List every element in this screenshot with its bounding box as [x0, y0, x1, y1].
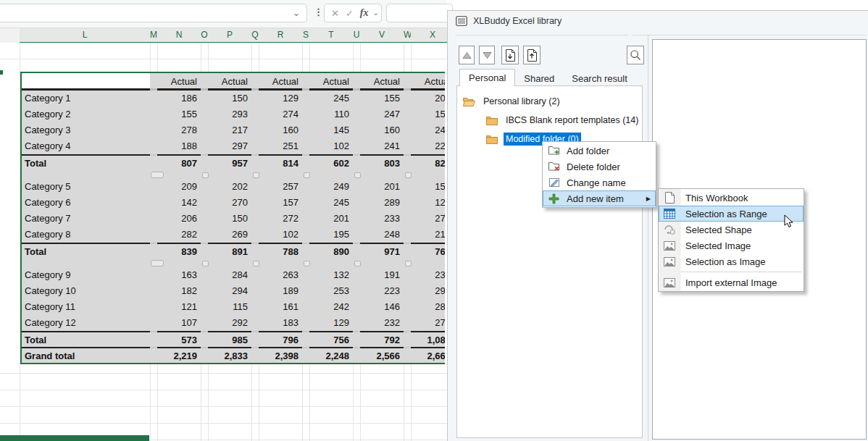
- table-cell[interactable]: [302, 227, 309, 243]
- table-cell[interactable]: 247: [360, 106, 404, 122]
- table-cell[interactable]: 201: [309, 211, 353, 227]
- enter-icon[interactable]: ✓: [346, 8, 354, 19]
- table-cell[interactable]: [150, 73, 157, 91]
- table-cell[interactable]: 293: [208, 106, 251, 122]
- table-cell[interactable]: [302, 179, 309, 195]
- table-cell[interactable]: Category 7: [22, 211, 150, 227]
- table-cell[interactable]: [353, 106, 360, 122]
- table-cell[interactable]: 110: [309, 106, 353, 122]
- tree-item-label[interactable]: Personal library (2): [481, 95, 562, 108]
- table-cell[interactable]: 232: [360, 315, 404, 331]
- search-button[interactable]: [627, 46, 644, 64]
- column-header-V[interactable]: V: [360, 28, 404, 42]
- table-cell[interactable]: 213: [411, 227, 445, 243]
- table-cell[interactable]: [404, 243, 411, 259]
- table-cell[interactable]: 155: [360, 91, 404, 106]
- table-cell[interactable]: [201, 195, 208, 211]
- table-cell[interactable]: 1,087: [411, 331, 445, 347]
- table-cell[interactable]: Actual: [309, 73, 353, 91]
- menu-item-add-folder[interactable]: Add folder: [543, 143, 656, 159]
- table-cell[interactable]: 971: [360, 243, 404, 259]
- table-cell[interactable]: 242: [309, 299, 353, 315]
- table-cell[interactable]: [251, 227, 259, 243]
- table-cell[interactable]: 132: [309, 267, 353, 283]
- table-cell[interactable]: 2,566: [360, 347, 404, 363]
- table-cell[interactable]: [251, 347, 259, 363]
- table-cell[interactable]: [251, 299, 259, 315]
- table-cell[interactable]: [353, 154, 360, 170]
- table-cell[interactable]: [404, 211, 411, 227]
- table-cell[interactable]: [404, 347, 411, 363]
- column-header-W[interactable]: W: [404, 28, 411, 42]
- move-down-button[interactable]: [479, 46, 495, 64]
- row-handle[interactable]: [253, 172, 259, 178]
- table-cell[interactable]: Grand total: [22, 347, 150, 363]
- table-cell[interactable]: [251, 122, 259, 138]
- table-cell[interactable]: 807: [157, 154, 201, 170]
- table-cell[interactable]: [150, 315, 157, 331]
- table-cell[interactable]: 248: [360, 227, 404, 243]
- table-cell[interactable]: [302, 91, 309, 106]
- table-cell[interactable]: Total: [22, 331, 150, 347]
- table-cell[interactable]: 160: [360, 122, 404, 138]
- table-cell[interactable]: 2,669: [411, 347, 445, 363]
- table-cell[interactable]: [150, 138, 157, 154]
- row-handle[interactable]: [304, 261, 310, 266]
- table-cell[interactable]: [201, 283, 208, 299]
- table-cell[interactable]: [302, 243, 309, 259]
- table-cell[interactable]: 573: [157, 331, 201, 347]
- table-cell[interactable]: [404, 122, 411, 138]
- table-cell[interactable]: 249: [309, 179, 353, 195]
- table-cell[interactable]: Category 5: [22, 179, 150, 195]
- table-cell[interactable]: [353, 211, 360, 227]
- table-cell[interactable]: 761: [411, 243, 445, 259]
- table-cell[interactable]: 796: [259, 331, 302, 347]
- table-cell[interactable]: [302, 283, 309, 299]
- table-cell[interactable]: 803: [360, 154, 404, 170]
- table-cell[interactable]: 241: [360, 138, 404, 154]
- table-cell[interactable]: [201, 315, 208, 331]
- table-cell[interactable]: 270: [208, 195, 251, 211]
- table-cell[interactable]: 263: [259, 267, 302, 283]
- menu-item-selected-image[interactable]: Selected Image: [659, 238, 804, 253]
- table-cell[interactable]: [404, 91, 411, 106]
- table-cell[interactable]: 891: [208, 243, 251, 259]
- table-cell[interactable]: [251, 73, 259, 91]
- table-cell[interactable]: 289: [360, 195, 404, 211]
- table-cell[interactable]: [251, 195, 259, 211]
- table-cell[interactable]: 238: [411, 267, 445, 283]
- table-cell[interactable]: 792: [360, 331, 404, 347]
- pane-menu-icon[interactable]: [456, 16, 467, 26]
- table-cell[interactable]: 821: [411, 154, 445, 170]
- table-cell[interactable]: [353, 243, 360, 259]
- name-box[interactable]: ⌄: [0, 4, 307, 22]
- row-handle[interactable]: [354, 261, 361, 266]
- table-cell[interactable]: Category 10: [22, 283, 150, 299]
- menu-item-change-name[interactable]: Change name: [543, 175, 656, 190]
- column-header-T[interactable]: T: [309, 28, 353, 42]
- table-cell[interactable]: 292: [411, 283, 445, 299]
- table-cell[interactable]: [353, 91, 360, 106]
- column-header-N[interactable]: N: [157, 28, 201, 42]
- menu-item-this-workbook[interactable]: This Workbook: [659, 190, 804, 206]
- table-cell[interactable]: 272: [259, 211, 302, 227]
- table-cell[interactable]: 203: [411, 91, 445, 106]
- column-header-R[interactable]: R: [259, 28, 302, 42]
- table-cell[interactable]: [353, 347, 360, 363]
- table-cell[interactable]: 202: [208, 179, 251, 195]
- table-cell[interactable]: 189: [259, 283, 302, 299]
- table-cell[interactable]: 182: [157, 283, 201, 299]
- table-cell[interactable]: [353, 283, 360, 299]
- table-cell[interactable]: Category 1: [22, 91, 150, 106]
- table-cell[interactable]: Category 12: [22, 315, 150, 331]
- table-cell[interactable]: [201, 91, 208, 106]
- table-cell[interactable]: [150, 243, 157, 259]
- table-cell[interactable]: [353, 315, 360, 331]
- table-cell[interactable]: [22, 73, 150, 91]
- table-cell[interactable]: 297: [208, 138, 251, 154]
- column-header-P[interactable]: P: [208, 28, 251, 42]
- table-cell[interactable]: [353, 138, 360, 154]
- table-cell[interactable]: Actual: [208, 73, 251, 91]
- table-cell[interactable]: 123: [411, 195, 445, 211]
- column-header-U[interactable]: U: [353, 28, 360, 42]
